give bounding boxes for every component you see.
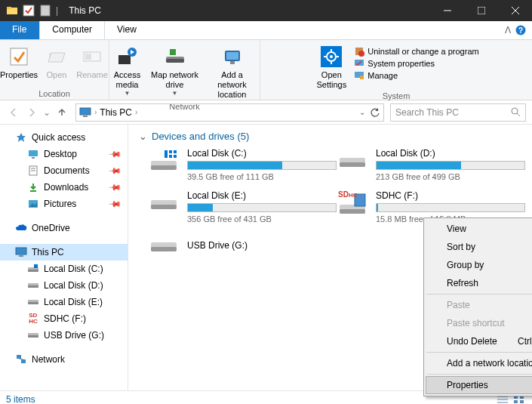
context-group-by[interactable]: Group by▶	[426, 256, 532, 274]
svg-rect-64	[165, 150, 168, 158]
sidebar-drive-sdhc[interactable]: SDHCSDHC (F:)	[0, 310, 128, 327]
folder-icon	[6, 5, 18, 17]
pin-icon: 📌	[107, 196, 121, 211]
svg-point-37	[512, 108, 518, 114]
sidebar-quick-access[interactable]: Quick access	[0, 129, 128, 146]
context-refresh[interactable]: Refresh	[426, 274, 532, 292]
svg-rect-84	[520, 400, 524, 403]
sidebar-downloads[interactable]: Downloads📌	[0, 179, 128, 196]
svg-rect-59	[17, 355, 21, 359]
content-area[interactable]: ⌄ Devices and drives (5) Local Disk (C:)…	[128, 125, 532, 390]
svg-rect-65	[169, 150, 172, 153]
nav-recent[interactable]: ⌄	[42, 105, 51, 120]
drive-item-g[interactable]: USB Drive (G:)	[148, 233, 337, 260]
svg-rect-48	[16, 248, 26, 254]
rename-icon	[80, 45, 104, 69]
nav-forward[interactable]	[24, 105, 39, 120]
context-properties[interactable]: Properties	[426, 376, 532, 394]
blank-doc-icon[interactable]	[39, 5, 51, 17]
sidebar-pictures[interactable]: Pictures📌	[0, 196, 128, 212]
svg-rect-40	[29, 150, 38, 156]
context-add-network-location[interactable]: Add a network location	[426, 354, 532, 372]
nav-back[interactable]	[6, 105, 21, 120]
sidebar-drive-d[interactable]: Local Disk (D:)	[0, 277, 128, 294]
address-bar: ⌄ › This PC › ⌄ Search This PC	[0, 100, 532, 125]
maximize-button[interactable]	[464, 0, 498, 21]
context-menu: View▶ Sort by▶ Group by▶ Refresh Paste P…	[423, 217, 532, 396]
svg-rect-54	[28, 285, 38, 288]
star-icon	[15, 131, 27, 143]
drive-icon	[148, 148, 180, 175]
drive-icon	[27, 296, 39, 308]
collapse-ribbon-icon[interactable]: ᐱ	[505, 25, 511, 35]
section-header[interactable]: ⌄ Devices and drives (5)	[134, 131, 532, 142]
search-box[interactable]: Search This PC	[390, 103, 526, 122]
svg-rect-51	[28, 270, 38, 272]
svg-rect-66	[169, 155, 172, 158]
uninstall-icon	[354, 46, 364, 57]
sidebar-network[interactable]: Network	[0, 351, 128, 368]
svg-rect-35	[80, 108, 91, 115]
ribbon-open-settings[interactable]: Open Settings	[313, 43, 349, 91]
drive-item-d[interactable]: Local Disk (D:)213 GB free of 499 GB	[337, 148, 525, 181]
close-button[interactable]	[498, 0, 532, 21]
nav-up[interactable]	[54, 105, 69, 120]
pin-icon: 📌	[107, 180, 121, 194]
ribbon-group-system: System	[260, 91, 532, 102]
tab-computer[interactable]: Computer	[39, 21, 105, 39]
tab-view[interactable]: View	[105, 21, 149, 39]
svg-rect-41	[32, 157, 35, 159]
context-sort-by[interactable]: Sort by▶	[426, 238, 532, 256]
refresh-icon[interactable]	[370, 107, 380, 118]
svg-line-38	[517, 113, 520, 116]
sidebar-thispc[interactable]: This PC	[0, 244, 128, 261]
pin-icon: 📌	[107, 146, 121, 161]
ribbon-access-media[interactable]: Access media ▼	[110, 43, 145, 99]
window-title: This PC	[69, 5, 101, 16]
ribbon-rename: Rename	[75, 43, 109, 82]
drive-item-e[interactable]: Local Disk (E:)356 GB free of 431 GB	[148, 190, 337, 224]
context-undo-delete[interactable]: Undo DeleteCtrl+Z	[426, 332, 532, 350]
network-icon	[15, 353, 27, 365]
svg-rect-5	[478, 7, 485, 14]
ribbon-properties[interactable]: Properties	[0, 43, 38, 82]
help-icon[interactable]: ?	[515, 25, 526, 35]
ribbon-uninstall[interactable]: Uninstall or change a program	[354, 46, 478, 57]
svg-rect-63	[151, 165, 177, 170]
sidebar-drive-e[interactable]: Local Disk (E:)	[0, 294, 128, 310]
titlebar-sep: |	[56, 5, 58, 16]
address-dropdown[interactable]: ⌄	[359, 108, 365, 116]
svg-rect-22	[230, 61, 235, 64]
properties-check-icon[interactable]	[23, 5, 35, 17]
svg-rect-72	[151, 205, 177, 209]
manage-icon	[354, 70, 364, 81]
open-folder-icon	[45, 45, 69, 69]
svg-rect-77	[151, 247, 177, 251]
ribbon-map-drive[interactable]: Map network drive ▼	[149, 43, 201, 99]
sidebar-documents[interactable]: Documents📌	[0, 162, 128, 179]
sdhc-drive-icon: SDHC	[337, 190, 368, 217]
minimize-button[interactable]	[430, 0, 464, 21]
svg-rect-83	[514, 400, 518, 403]
svg-rect-15	[118, 55, 131, 64]
breadcrumb-thispc[interactable]: This PC	[100, 107, 132, 118]
ribbon-manage[interactable]: Manage	[354, 70, 478, 81]
ribbon-add-netloc[interactable]: Add a network location	[205, 43, 260, 102]
map-drive-icon	[163, 45, 187, 69]
drive-icon	[148, 190, 180, 217]
address-field[interactable]: › This PC › ⌄	[75, 103, 384, 122]
chevron-down-icon: ⌄	[139, 131, 147, 142]
svg-rect-60	[21, 359, 26, 363]
sidebar-onedrive[interactable]: OneDrive	[0, 220, 128, 236]
svg-rect-56	[28, 302, 38, 304]
sidebar-desktop[interactable]: Desktop📌	[0, 146, 128, 162]
sidebar-drive-c[interactable]: Local Disk (C:)	[0, 261, 128, 277]
context-view[interactable]: View▶	[426, 220, 532, 238]
ribbon-system-properties[interactable]: System properties	[354, 58, 478, 69]
sidebar-drive-usb[interactable]: USB Drive (G:)	[0, 327, 128, 344]
thispc-icon	[79, 106, 91, 119]
sdhc-icon: SDHC	[27, 313, 39, 325]
drive-item-c[interactable]: Local Disk (C:)39.5 GB free of 111 GB	[148, 148, 337, 181]
drive-icon	[27, 263, 39, 275]
tab-file[interactable]: File	[0, 21, 39, 39]
